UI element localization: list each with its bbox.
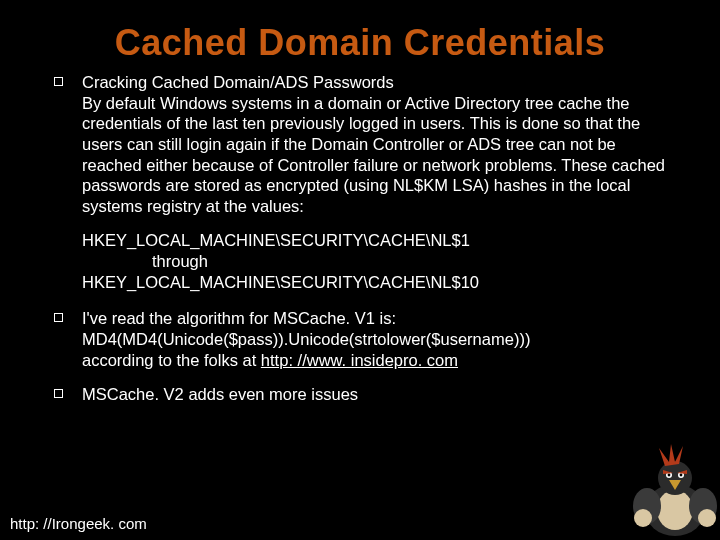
- svg-point-1: [657, 490, 693, 530]
- svg-point-10: [680, 474, 683, 477]
- svg-point-5: [698, 509, 716, 527]
- slide-title: Cached Domain Credentials: [0, 0, 720, 72]
- registry-through: through: [82, 251, 668, 272]
- svg-point-6: [658, 461, 692, 495]
- bullet-1-body: By default Windows systems in a domain o…: [82, 94, 665, 215]
- svg-point-7: [666, 472, 672, 478]
- bird-muscle-mascot-icon: [615, 440, 720, 540]
- registry-block: HKEY_LOCAL_MACHINE\SECURITY\CACHE\NL$1 t…: [82, 230, 668, 292]
- svg-point-2: [633, 488, 661, 524]
- svg-point-9: [668, 474, 671, 477]
- bullet-2-link[interactable]: http: //www. insidepro. com: [261, 351, 458, 369]
- svg-point-0: [645, 484, 705, 536]
- bullet-3-text: MSCache. V2 adds even more issues: [82, 385, 358, 403]
- bullet-2: I've read the algorithm for MSCache. V1 …: [82, 308, 668, 370]
- bullet-1: Cracking Cached Domain/ADS Passwords By …: [82, 72, 668, 292]
- svg-point-4: [634, 509, 652, 527]
- registry-path-2: HKEY_LOCAL_MACHINE\SECURITY\CACHE\NL$10: [82, 272, 668, 293]
- bullet-2-line2: MD4(MD4(Unicode($pass)).Unicode(strtolow…: [82, 330, 530, 348]
- bullet-1-heading: Cracking Cached Domain/ADS Passwords: [82, 73, 394, 91]
- svg-point-3: [689, 488, 717, 524]
- slide-content: Cracking Cached Domain/ADS Passwords By …: [0, 72, 720, 405]
- bullet-2-line1: I've read the algorithm for MSCache. V1 …: [82, 309, 396, 327]
- bullet-2-line3-prefix: according to the folks at: [82, 351, 261, 369]
- bullet-3: MSCache. V2 adds even more issues: [82, 384, 668, 405]
- footer-link[interactable]: http: //Irongeek. com: [10, 515, 147, 532]
- svg-point-8: [678, 472, 684, 478]
- registry-path-1: HKEY_LOCAL_MACHINE\SECURITY\CACHE\NL$1: [82, 230, 668, 251]
- slide: Cached Domain Credentials Cracking Cache…: [0, 0, 720, 540]
